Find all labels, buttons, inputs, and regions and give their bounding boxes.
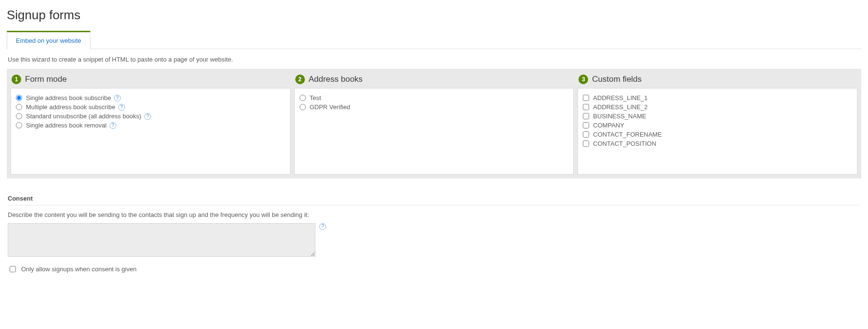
col-header: 2 Address books: [294, 73, 574, 88]
checkbox-only-allow[interactable]: [10, 266, 16, 272]
panel-form-mode: Single address book subscribe ? Multiple…: [11, 88, 290, 175]
option-label: Test: [310, 94, 321, 101]
custom-field-option[interactable]: CONTACT_FORENAME: [583, 130, 852, 139]
help-icon[interactable]: ?: [144, 113, 151, 120]
custom-field-option[interactable]: ADDRESS_LINE_2: [583, 102, 852, 112]
wizard-col-custom-fields: 3 Custom fields ADDRESS_LINE_1 ADDRESS_L…: [578, 73, 857, 175]
option-label: CONTACT_FORENAME: [593, 131, 662, 138]
step-badge-1: 1: [12, 75, 21, 84]
option-label: Standard unsubscribe (all address books): [26, 113, 141, 120]
step-badge-2: 2: [295, 75, 305, 84]
option-label: Single address book subscribe: [26, 94, 111, 101]
radio-single-subscribe[interactable]: [16, 95, 22, 101]
consent-row: ?: [8, 223, 860, 257]
wizard: 1 Form mode Single address book subscrib…: [7, 69, 861, 178]
help-icon[interactable]: ?: [319, 223, 326, 230]
checkbox-address-line-2[interactable]: [583, 104, 589, 110]
tabs: Embed on your website: [7, 30, 861, 49]
checkbox-address-line-1[interactable]: [583, 95, 589, 101]
custom-field-option[interactable]: CONTACT_POSITION: [583, 139, 852, 148]
tab-embed[interactable]: Embed on your website: [7, 31, 90, 49]
option-label: Single address book removal: [26, 122, 107, 129]
consent-textarea[interactable]: [8, 223, 315, 257]
intro-text: Use this wizard to create a snippet of H…: [8, 56, 860, 63]
wizard-col-address-books: 2 Address books Test GDPR Verified: [294, 73, 574, 175]
consent-describe-label: Describe the content you will be sending…: [8, 211, 860, 218]
form-mode-option[interactable]: Single address book removal ?: [16, 121, 285, 130]
option-label: ADDRESS_LINE_2: [593, 103, 647, 111]
col-header: 1 Form mode: [11, 73, 290, 88]
col-title-custom-fields: Custom fields: [592, 75, 642, 84]
address-book-option[interactable]: Test: [300, 93, 569, 102]
col-header: 3 Custom fields: [578, 73, 857, 88]
only-allow-label: Only allow signups when consent is given: [21, 266, 137, 273]
form-mode-option[interactable]: Multiple address book subscribe ?: [16, 102, 285, 112]
option-label: ADDRESS_LINE_1: [593, 94, 647, 101]
wizard-col-form-mode: 1 Form mode Single address book subscrib…: [11, 73, 290, 175]
option-label: Multiple address book subscribe: [26, 103, 115, 111]
form-mode-option[interactable]: Standard unsubscribe (all address books)…: [16, 112, 285, 121]
checkbox-company[interactable]: [583, 122, 589, 128]
help-icon[interactable]: ?: [114, 95, 121, 101]
option-label: BUSINESS_NAME: [593, 113, 646, 120]
panel-address-books: Test GDPR Verified: [294, 88, 574, 175]
panel-custom-fields: ADDRESS_LINE_1 ADDRESS_LINE_2 BUSINESS_N…: [578, 88, 857, 175]
checkbox-contact-position[interactable]: [583, 140, 589, 147]
radio-book-gdpr[interactable]: [300, 104, 306, 110]
consent-heading: Consent: [8, 195, 860, 205]
help-icon[interactable]: ?: [118, 104, 125, 111]
option-label: GDPR Verified: [310, 103, 351, 111]
col-title-form-mode: Form mode: [25, 75, 67, 84]
col-title-address-books: Address books: [309, 75, 363, 84]
custom-field-option[interactable]: COMPANY: [583, 121, 852, 130]
form-mode-option[interactable]: Single address book subscribe ?: [16, 93, 285, 102]
custom-field-option[interactable]: BUSINESS_NAME: [583, 112, 852, 121]
page-title: Signup forms: [7, 8, 861, 23]
radio-standard-unsub[interactable]: [16, 113, 22, 119]
only-allow-row[interactable]: Only allow signups when consent is given: [8, 265, 860, 274]
checkbox-business-name[interactable]: [583, 113, 589, 119]
address-book-option[interactable]: GDPR Verified: [300, 102, 569, 112]
option-label: COMPANY: [593, 122, 624, 129]
checkbox-contact-forename[interactable]: [583, 131, 589, 138]
help-icon[interactable]: ?: [110, 122, 116, 129]
step-badge-3: 3: [579, 75, 588, 84]
radio-multiple-subscribe[interactable]: [16, 104, 22, 110]
custom-field-option[interactable]: ADDRESS_LINE_1: [583, 93, 852, 102]
option-label: CONTACT_POSITION: [593, 140, 656, 147]
radio-single-removal[interactable]: [16, 122, 22, 128]
radio-book-test[interactable]: [300, 95, 306, 101]
consent-section: Consent Describe the content you will be…: [7, 195, 861, 274]
